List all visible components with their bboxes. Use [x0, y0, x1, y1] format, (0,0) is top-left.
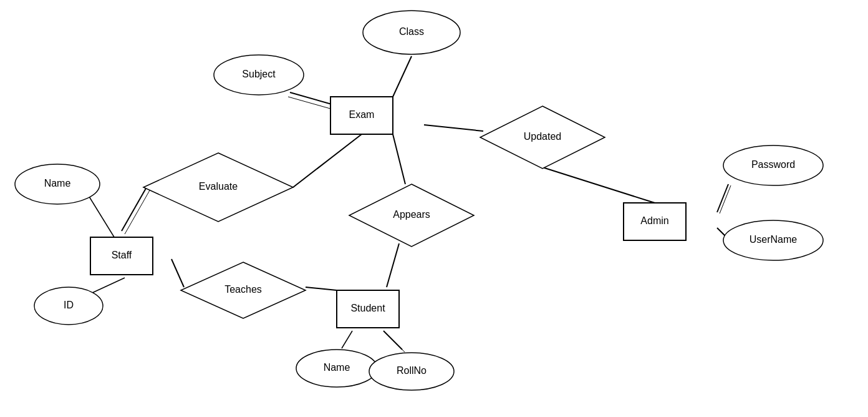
line-student-name: [342, 331, 352, 348]
entity-admin-label: Admin: [640, 215, 668, 226]
line-evaluate-staff: [122, 187, 147, 231]
line-admin-password: [717, 184, 728, 212]
relationship-appears-label: Appears: [393, 209, 430, 220]
relationship-evaluate-label: Evaluate: [199, 181, 238, 192]
attribute-rollno-student-label: RollNo: [397, 365, 427, 376]
attribute-subject-label: Subject: [242, 69, 276, 79]
line-appears-student: [387, 243, 399, 287]
relationship-updated-label: Updated: [524, 131, 562, 142]
attribute-username-admin-label: UserName: [750, 234, 798, 245]
line-admin-password2: [720, 185, 731, 213]
er-diagram: Evaluate Appears Updated Teaches Exam St…: [0, 0, 868, 417]
relationship-teaches-label: Teaches: [224, 284, 262, 295]
line-student-rollno2: [386, 333, 405, 352]
line-class-exam: [393, 56, 412, 97]
attribute-password-admin-label: Password: [751, 159, 795, 170]
line-exam-appears: [393, 134, 405, 184]
attribute-name-staff-label: Name: [44, 178, 71, 189]
line-updated-admin: [542, 167, 655, 203]
entity-exam-label: Exam: [349, 109, 375, 120]
attribute-id-staff-label: ID: [64, 300, 74, 310]
entity-staff-label: Staff: [112, 250, 132, 260]
line-teaches-student: [306, 287, 337, 290]
line-evaluate-staff2: [125, 190, 150, 234]
line-exam-evaluate: [293, 134, 362, 187]
line-exam-updated: [424, 125, 483, 131]
entity-student-label: Student: [350, 303, 385, 313]
line-staff-teaches: [171, 259, 184, 287]
attribute-name-student-label: Name: [324, 362, 350, 373]
line-name-staff: [89, 197, 115, 239]
attribute-class-label: Class: [399, 26, 424, 37]
